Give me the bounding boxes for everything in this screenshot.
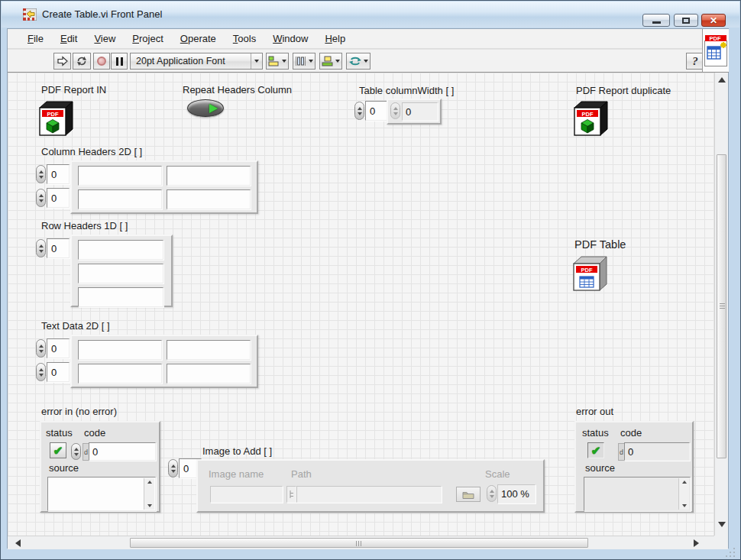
menu-item-project[interactable]: Project <box>124 31 171 47</box>
toolbar: 20pt Application Font <box>8 49 702 73</box>
repeat-headers-column-button[interactable] <box>187 99 224 117</box>
menu-item-edit[interactable]: Edit <box>52 31 86 47</box>
run-continuously-button[interactable] <box>73 53 91 70</box>
chevron-down-icon <box>364 60 368 63</box>
text-data-2d-row-index[interactable]: 0 <box>36 338 70 358</box>
string-cell[interactable] <box>78 166 162 186</box>
scroll-up-icon[interactable] <box>147 481 152 484</box>
run-button[interactable] <box>53 53 71 70</box>
code-spinner[interactable] <box>71 443 81 460</box>
menu-item-help[interactable]: Help <box>316 31 354 47</box>
column-headers-2d-row-index[interactable]: 0 <box>36 164 70 184</box>
index-spinner[interactable] <box>36 363 46 381</box>
scrollbar[interactable] <box>678 478 689 510</box>
labview-front-panel-window: Create Table.vi Front Panel ✕ File Edit … <box>0 0 741 560</box>
resize-grip[interactable] <box>730 552 731 553</box>
string-cell[interactable] <box>78 189 162 209</box>
reorder-dropdown[interactable] <box>346 53 370 70</box>
string-cell[interactable] <box>78 340 162 360</box>
scroll-down-icon[interactable] <box>147 504 152 507</box>
green-arrow-icon <box>209 104 218 113</box>
pdf-report-duplicate-icon[interactable]: PDF <box>573 100 610 137</box>
minimize-button[interactable] <box>642 14 670 27</box>
index-value[interactable]: 0 <box>47 338 70 358</box>
string-cell[interactable] <box>167 340 251 360</box>
code-value[interactable]: 0 <box>89 442 156 461</box>
browse-button <box>456 487 481 502</box>
scrollbar[interactable] <box>144 478 154 510</box>
menu-bar: File Edit View Project Operate Tools Win… <box>8 29 702 49</box>
vi-icon-panel[interactable]: PDF <box>702 29 729 73</box>
table-columnwidth-index[interactable]: 0 <box>354 101 388 121</box>
table-columnwidth-element-frame: 0 <box>387 99 442 125</box>
checkmark-icon: ✔ <box>53 445 63 456</box>
menu-item-view[interactable]: View <box>86 31 124 47</box>
pdf-table-label: PDF Table <box>574 238 626 251</box>
scroll-right-icon[interactable] <box>694 539 699 547</box>
align-objects-icon <box>268 56 280 66</box>
font-selector[interactable]: 20pt Application Font <box>130 53 263 70</box>
horizontal-scroll-thumb[interactable] <box>130 538 588 548</box>
status-label: status <box>582 427 609 439</box>
index-spinner[interactable] <box>36 189 46 207</box>
scroll-down-icon[interactable] <box>718 522 726 527</box>
scroll-left-icon[interactable] <box>15 539 21 547</box>
table-columnwidth-label: Table columnWidth [ ] <box>359 85 454 96</box>
checkmark-icon: ✔ <box>591 445 601 456</box>
row-headers-1d-index[interactable]: 0 <box>36 238 70 258</box>
source-string[interactable] <box>47 477 156 511</box>
help-icon: ? <box>692 55 698 68</box>
string-cell[interactable] <box>167 364 251 384</box>
distribute-objects-icon <box>295 56 306 66</box>
menu-item-operate[interactable]: Operate <box>172 31 225 47</box>
resize-objects-dropdown[interactable] <box>319 53 342 70</box>
run-icon <box>57 56 69 66</box>
menu-item-file[interactable]: File <box>19 31 52 47</box>
title-bar[interactable]: Create Table.vi Front Panel ✕ <box>2 2 739 28</box>
index-value[interactable]: 0 <box>47 188 70 208</box>
code-label: code <box>84 427 105 439</box>
status-boolean[interactable]: ✔ <box>50 442 66 458</box>
scroll-up-icon[interactable] <box>718 77 726 83</box>
scroll-up-icon[interactable] <box>682 481 687 484</box>
string-cell[interactable] <box>78 264 163 283</box>
pause-icon <box>116 57 118 66</box>
string-cell[interactable] <box>167 189 251 209</box>
scroll-down-icon[interactable] <box>682 504 687 507</box>
pdf-table-icon[interactable]: PDF <box>571 255 610 292</box>
index-spinner[interactable] <box>36 165 46 183</box>
string-cell[interactable] <box>78 287 163 307</box>
close-button[interactable]: ✕ <box>701 14 726 27</box>
string-cell[interactable] <box>78 364 162 384</box>
index-value[interactable]: 0 <box>47 362 70 382</box>
align-objects-dropdown[interactable] <box>266 53 289 70</box>
string-cell[interactable] <box>78 240 163 260</box>
text-data-2d-col-index[interactable]: 0 <box>36 362 70 382</box>
folder-icon <box>462 490 474 499</box>
abort-button <box>93 53 110 70</box>
index-spinner[interactable] <box>36 239 46 257</box>
index-value[interactable]: 0 <box>47 238 70 258</box>
menu-item-tools[interactable]: Tools <box>225 31 264 47</box>
index-spinner[interactable] <box>354 102 364 120</box>
index-spinner[interactable] <box>36 339 46 358</box>
new-star-icon <box>720 42 726 48</box>
pause-button[interactable] <box>111 53 128 70</box>
vertical-scrollbar[interactable] <box>714 73 728 536</box>
index-value[interactable]: 0 <box>365 101 388 121</box>
index-spinner[interactable] <box>168 459 178 477</box>
menu-item-window[interactable]: Window <box>264 31 316 47</box>
close-icon: ✕ <box>710 16 717 25</box>
scale-value: 100 % <box>497 484 536 503</box>
index-value[interactable]: 0 <box>47 164 70 184</box>
repeat-headers-column-label: Repeat Headers Column <box>183 84 292 95</box>
string-cell[interactable] <box>167 166 251 186</box>
pdf-report-in-icon[interactable]: PDF <box>38 100 75 137</box>
column-headers-2d-col-index[interactable]: 0 <box>36 188 70 208</box>
horizontal-scrollbar[interactable] <box>8 536 714 549</box>
distribute-objects-dropdown[interactable] <box>293 53 315 70</box>
run-continuously-icon <box>76 56 88 66</box>
font-selector-value: 20pt Application Font <box>136 56 225 66</box>
vertical-scroll-thumb[interactable] <box>717 154 726 458</box>
maximize-button[interactable] <box>674 14 698 27</box>
